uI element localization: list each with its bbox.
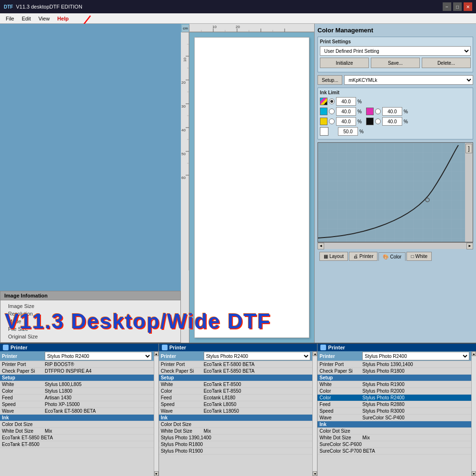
panel-middle-section-ink: Ink	[159, 415, 313, 421]
panel-right-row-white-dot[interactable]: White Dot Size Mix	[317, 435, 471, 441]
close-button[interactable]: ✕	[464, 2, 472, 11]
panel-left-body: Printer Stylus Photo R2400 Printer Port …	[0, 351, 154, 476]
panel-middle-row-white[interactable]: White EcoTank ET-8500	[159, 381, 313, 388]
magenta-radio[interactable]	[375, 109, 381, 114]
ink-row-cyan-magenta: 40.0 % 40.0 %	[320, 107, 471, 116]
maximize-button[interactable]: □	[453, 2, 462, 11]
tab-color[interactable]: 🎨 Color	[378, 252, 406, 261]
panel-middle-row-color-dot[interactable]: Color Dot Size	[159, 421, 313, 428]
ink-channel-dropdown[interactable]: mKpKCYMLk	[344, 75, 473, 85]
app-title: V11.3 desktopDTF EDITION	[16, 4, 82, 10]
panel-middle-row-speed[interactable]: Speed EcoTank L8050	[159, 401, 313, 408]
cyan-input[interactable]: 40.0	[336, 107, 356, 116]
scroll-up-left[interactable]: ▲	[154, 351, 159, 356]
panel-middle-extra-2[interactable]: Stylus Photo R1800	[159, 441, 313, 448]
tab-layout[interactable]: ▦ Layout	[319, 252, 348, 261]
panel-middle-row-white-dot[interactable]: White Dot Size Mix	[159, 428, 313, 435]
scroll-up-middle[interactable]: ▲	[313, 351, 317, 356]
panel-left-row-feed[interactable]: Feed Artisan 1430	[0, 395, 154, 401]
yellow-pct: %	[357, 119, 362, 124]
tab-printer[interactable]: 🖨 Printer	[349, 252, 377, 261]
menu-edit[interactable]: Edit	[18, 15, 35, 22]
panel-middle-printer-row: Printer Stylus Photo R2400	[159, 351, 313, 361]
panel-left-row-speed[interactable]: Speed Photo XP-15000	[0, 401, 154, 408]
panel-right-extra-2[interactable]: SureColor SC-P700 BETA	[317, 448, 471, 455]
magenta-input[interactable]: 40.0	[382, 107, 402, 116]
tab-white[interactable]: □ White	[407, 252, 432, 261]
panel-middle-row-wave[interactable]: Wave EcoTank L18050	[159, 408, 313, 415]
panel-right-row-color-selected[interactable]: Color Stylus Photo R2400	[317, 395, 471, 401]
menu-view[interactable]: View	[35, 15, 54, 22]
yellow-radio[interactable]	[329, 119, 335, 124]
panel-right-body: Printer Stylus Photo R2400 Printer Port …	[317, 351, 471, 476]
bottom-panel-left: Printer Printer Stylus Photo R2400 Print…	[0, 344, 159, 476]
panel-left-section-setup: Setup	[0, 375, 154, 381]
panel-right-row-speed[interactable]: Speed Stylus Photo R3000	[317, 408, 471, 415]
minimize-button[interactable]: −	[443, 2, 451, 11]
scroll-left-btn[interactable]: ◄	[317, 243, 324, 249]
printer-left-dropdown[interactable]: Stylus Photo R2400	[45, 352, 152, 360]
panel-middle-icon	[162, 345, 168, 350]
cmyk-swatch	[320, 98, 327, 105]
print-setting-dropdown[interactable]: User Defined Print Setting	[320, 46, 471, 56]
cyan-radio[interactable]	[329, 109, 335, 114]
panel-left-row-white[interactable]: White Stylus L800,L805	[0, 381, 154, 388]
panel-left-row-wave[interactable]: Wave EcoTank ET-5800 BETA	[0, 408, 154, 415]
panel-left-extra-2[interactable]: EcoTank ET-8500	[0, 441, 154, 448]
panel-left-row-1: Printer Port RIP BOOST®	[0, 361, 154, 368]
panel-right-row-feed[interactable]: Feed Stylus Photo R2880	[317, 401, 471, 408]
svg-text:20: 20	[236, 25, 240, 29]
panel-right-row-color-dot[interactable]: Color Dot Size	[317, 428, 471, 435]
black-radio[interactable]	[375, 119, 381, 124]
menu-file[interactable]: File	[2, 15, 18, 22]
panel-middle-row-feed[interactable]: Feed Ecotank L8180	[159, 395, 313, 401]
panel-right-icon	[320, 345, 326, 350]
panel-right-row-wave[interactable]: Wave SureColor SC-P400	[317, 415, 471, 421]
curve-bracket-btn[interactable]: ]	[466, 144, 472, 153]
yellow-input[interactable]: 40.0	[336, 117, 356, 126]
panel-right-scrollbar: ▲ ▼	[471, 351, 476, 476]
panel-right-extra-1[interactable]: SureColor SC-P600	[317, 441, 471, 448]
main-content: Image Infomation Image Size Resolution M…	[0, 24, 476, 343]
panel-left-row-white-dot[interactable]: White Dot Size Mix	[0, 428, 154, 435]
panel-middle-row-1: Printer Port EcoTank ET-5800 BETA	[159, 361, 313, 368]
panel-left-row-color[interactable]: Color Stylus L1800	[0, 388, 154, 395]
printer-right-dropdown[interactable]: Stylus Photo R2400	[362, 352, 469, 360]
setup-button[interactable]: Setup...	[317, 75, 342, 85]
panel-left-extra-1[interactable]: EcoTank ET-5850 BETA	[0, 435, 154, 441]
scroll-up-right[interactable]: ▲	[472, 351, 476, 356]
save-button[interactable]: Save...	[371, 58, 420, 68]
panel-middle-extra-1[interactable]: Stylus Photo 1390,1400	[159, 435, 313, 441]
panel-left-row-color-dot[interactable]: Color Dot Size	[0, 421, 154, 428]
panel-right-section-ink: Ink	[317, 421, 471, 428]
cmyk-input[interactable]: 40.0	[336, 97, 356, 106]
curve-hscroll: ◄ ►	[317, 242, 473, 249]
delete-button[interactable]: Delete...	[422, 58, 471, 68]
black-input[interactable]: 40.0	[382, 117, 402, 126]
panel-right-row-white[interactable]: White Stylus Photo R1900	[317, 381, 471, 388]
initialize-button[interactable]: Initialize	[320, 58, 369, 68]
cmyk-radio[interactable]	[329, 99, 335, 104]
setup-row: Setup... mKpKCYMLk	[317, 75, 473, 85]
curve-box: ]	[317, 142, 473, 242]
panel-middle-extra-3[interactable]: Stylus Photo R1900	[159, 448, 313, 455]
panel-left-header: Printer	[0, 344, 159, 351]
panel-right-row-color-1[interactable]: Color Stylus Photo R2000	[317, 388, 471, 395]
app-icon: DTF	[4, 4, 13, 10]
color-icon: 🎨	[383, 254, 388, 259]
svg-text:20: 20	[181, 80, 186, 85]
panel-left-icon	[3, 345, 9, 350]
panel-middle-body: Printer Stylus Photo R2400 Printer Port …	[159, 351, 313, 476]
scroll-right-btn[interactable]: ►	[466, 243, 473, 249]
printer-middle-dropdown[interactable]: Stylus Photo R2400	[204, 352, 311, 360]
panel-right-section-setup: Setup	[317, 375, 471, 381]
panel-left-body-wrapper: Printer Stylus Photo R2400 Printer Port …	[0, 351, 159, 476]
scroll-down-left[interactable]: ▼	[154, 471, 159, 476]
scroll-down-middle[interactable]: ▼	[313, 471, 317, 476]
white-input[interactable]: 50.0	[338, 127, 358, 136]
cmyk-pct: %	[357, 99, 362, 104]
menu-help[interactable]: Help	[53, 15, 72, 22]
panel-middle-row-color[interactable]: Color EcoTank ET-8550	[159, 388, 313, 395]
scroll-down-right[interactable]: ▼	[472, 471, 476, 476]
menu-bar: File Edit View Help	[0, 13, 476, 24]
